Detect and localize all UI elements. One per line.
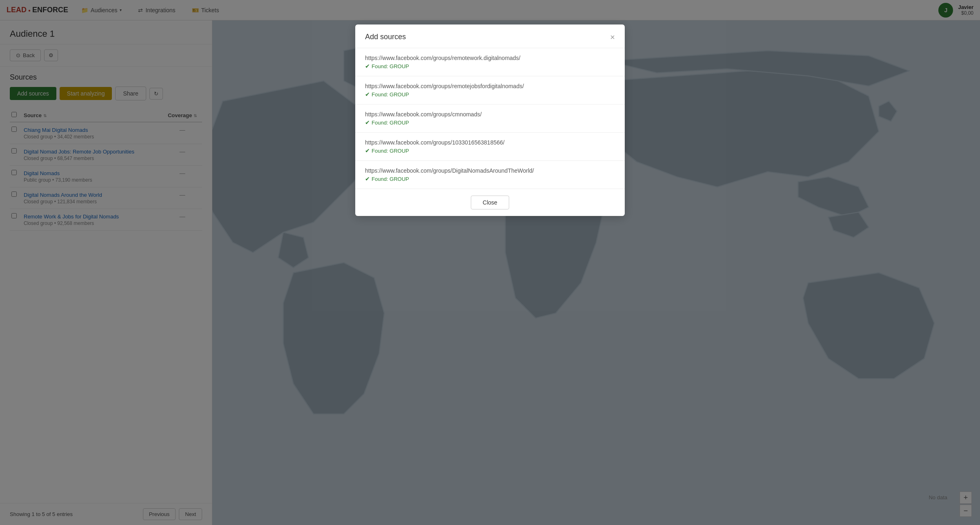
modal-source-item: https://www.facebook.com/groups/cmnomads… [355,105,625,133]
check-icon: ✔ [365,147,370,154]
check-icon: ✔ [365,176,370,182]
modal-overlay: Add sources × https://www.facebook.com/g… [0,0,980,525]
found-text: Found: GROUP [372,148,409,154]
modal-source-found: ✔ Found: GROUP [365,91,615,98]
found-text: Found: GROUP [372,63,409,69]
modal-footer: Close [355,189,625,216]
check-icon: ✔ [365,119,370,126]
close-button[interactable]: Close [471,196,509,209]
modal-source-item: https://www.facebook.com/groups/10330165… [355,133,625,161]
modal-source-url: https://www.facebook.com/groups/10330165… [365,139,615,146]
check-icon: ✔ [365,91,370,98]
modal-close-button[interactable]: × [610,33,615,41]
modal-source-url: https://www.facebook.com/groups/remotejo… [365,83,615,89]
modal-source-item: https://www.facebook.com/groups/DigitalN… [355,161,625,189]
modal-source-url: https://www.facebook.com/groups/DigitalN… [365,167,615,174]
modal-header: Add sources × [355,24,625,48]
check-icon: ✔ [365,63,370,69]
modal-source-item: https://www.facebook.com/groups/remotewo… [355,48,625,76]
modal-source-url: https://www.facebook.com/groups/cmnomads… [365,111,615,118]
modal-title: Add sources [365,33,406,41]
found-text: Found: GROUP [372,91,409,98]
modal-source-url: https://www.facebook.com/groups/remotewo… [365,55,615,61]
add-sources-modal: Add sources × https://www.facebook.com/g… [355,24,625,216]
modal-source-item: https://www.facebook.com/groups/remotejo… [355,76,625,105]
modal-source-found: ✔ Found: GROUP [365,176,615,182]
found-text: Found: GROUP [372,120,409,126]
modal-source-found: ✔ Found: GROUP [365,63,615,69]
modal-source-found: ✔ Found: GROUP [365,147,615,154]
modal-body: https://www.facebook.com/groups/remotewo… [355,48,625,189]
modal-source-found: ✔ Found: GROUP [365,119,615,126]
found-text: Found: GROUP [372,176,409,182]
